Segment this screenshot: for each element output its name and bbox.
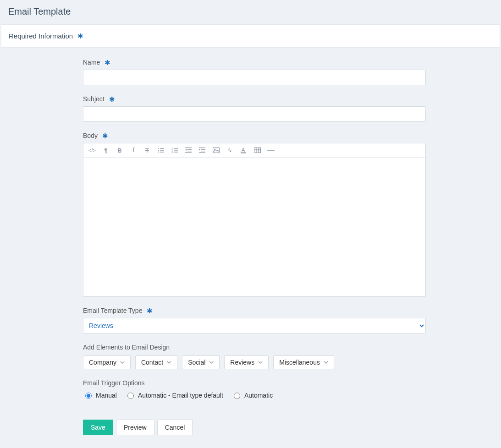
card-footer: Save Preview Cancel xyxy=(1,414,500,440)
strikethrough-icon[interactable]: T xyxy=(143,146,151,154)
svg-rect-1 xyxy=(160,148,164,148)
svg-rect-25 xyxy=(241,153,246,153)
element-dropdown-misc[interactable]: Miscellaneous xyxy=(273,355,334,369)
dd-label: Reviews xyxy=(230,359,254,366)
add-elements-label: Add Elements to Email Design xyxy=(83,344,426,351)
cancel-button[interactable]: Cancel xyxy=(157,420,193,435)
subject-label: Subject ✱ xyxy=(83,95,426,103)
bold-icon[interactable]: B xyxy=(116,146,124,154)
svg-rect-18 xyxy=(201,149,205,150)
svg-text:A: A xyxy=(242,147,245,153)
editor-toolbar: </> ¶ B I T 123 xyxy=(83,143,425,158)
name-label: Name ✱ xyxy=(83,59,426,66)
svg-text:3: 3 xyxy=(171,151,173,153)
save-button[interactable]: Save xyxy=(83,420,113,435)
svg-marker-19 xyxy=(199,149,200,151)
trigger-options-group: Email Trigger Options Manual Automatic -… xyxy=(83,379,426,399)
svg-rect-21 xyxy=(199,153,205,153)
template-type-label: Email Template Type ✱ xyxy=(83,307,426,314)
text-color-icon[interactable]: A xyxy=(239,146,248,154)
paragraph-icon[interactable]: ¶ xyxy=(102,146,110,154)
svg-rect-9 xyxy=(174,150,178,150)
chevron-down-icon xyxy=(120,359,125,366)
trigger-radio-auto-input[interactable] xyxy=(234,393,240,399)
rich-text-editor: </> ¶ B I T 123 xyxy=(83,143,426,297)
svg-rect-15 xyxy=(187,151,192,151)
image-icon[interactable] xyxy=(212,146,220,154)
svg-point-0 xyxy=(158,148,159,149)
name-group: Name ✱ xyxy=(83,59,426,85)
required-icon: ✱ xyxy=(102,132,108,139)
required-info-card: Required Information ✱ Name ✱ Subject xyxy=(1,24,500,440)
italic-icon[interactable]: I xyxy=(129,146,138,154)
radio-label: Manual xyxy=(96,392,117,399)
outdent-icon[interactable] xyxy=(184,146,193,154)
name-label-text: Name xyxy=(83,59,100,66)
template-type-group: Email Template Type ✱ Reviews xyxy=(83,307,426,333)
subject-input[interactable] xyxy=(83,106,426,122)
trigger-radio-manual[interactable]: Manual xyxy=(83,391,117,399)
required-icon: ✱ xyxy=(147,307,153,314)
chevron-down-icon xyxy=(324,359,328,366)
subject-group: Subject ✱ xyxy=(83,95,426,122)
code-icon[interactable]: </> xyxy=(88,146,96,154)
page-title: Email Template xyxy=(8,6,501,17)
trigger-radio-manual-input[interactable] xyxy=(85,393,92,399)
svg-point-4 xyxy=(158,152,159,153)
radio-label: Automatic - Email type default xyxy=(138,392,223,399)
template-type-select[interactable]: Reviews xyxy=(83,318,426,333)
preview-button[interactable]: Preview xyxy=(116,420,154,435)
svg-rect-16 xyxy=(185,153,192,153)
radio-label: Automatic xyxy=(244,392,273,399)
trigger-radio-auto-default-input[interactable] xyxy=(127,393,134,399)
element-dropdown-social[interactable]: Social xyxy=(182,355,220,369)
body-label: Body ✱ xyxy=(83,132,426,139)
dd-label: Miscellaneous xyxy=(279,359,320,366)
svg-rect-12 xyxy=(185,148,192,148)
body-label-text: Body xyxy=(83,132,98,139)
dd-label: Social xyxy=(188,359,205,366)
section-header-label: Required Information xyxy=(9,32,73,40)
element-dropdown-contact[interactable]: Contact xyxy=(135,355,177,369)
svg-rect-26 xyxy=(254,148,260,153)
svg-marker-14 xyxy=(185,149,187,151)
svg-rect-3 xyxy=(160,150,164,150)
link-icon[interactable] xyxy=(226,146,234,154)
svg-rect-13 xyxy=(187,149,192,150)
element-dropdown-row: Company Contact Social xyxy=(83,355,426,369)
list-ol-icon[interactable]: 123 xyxy=(171,146,179,154)
dd-label: Contact xyxy=(141,359,163,366)
trigger-radio-auto[interactable]: Automatic xyxy=(231,391,273,399)
element-dropdown-reviews[interactable]: Reviews xyxy=(224,355,269,369)
svg-rect-5 xyxy=(160,152,164,152)
required-icon: ✱ xyxy=(77,33,83,39)
template-type-label-text: Email Template Type xyxy=(83,307,142,314)
svg-rect-17 xyxy=(199,148,205,148)
required-icon: ✱ xyxy=(105,59,110,66)
hr-icon[interactable] xyxy=(267,146,275,154)
add-elements-group: Add Elements to Email Design Company Con… xyxy=(83,344,426,369)
element-dropdown-company[interactable]: Company xyxy=(83,355,131,369)
body-group: Body ✱ </> ¶ B I T xyxy=(83,132,426,297)
chevron-down-icon xyxy=(209,359,214,366)
trigger-options-label: Email Trigger Options xyxy=(83,379,426,387)
trigger-radio-auto-default[interactable]: Automatic - Email type default xyxy=(125,391,223,399)
chevron-down-icon xyxy=(258,359,263,366)
required-icon: ✱ xyxy=(109,96,115,103)
subject-label-text: Subject xyxy=(83,95,105,103)
card-body: Name ✱ Subject ✱ Body xyxy=(1,48,500,414)
list-ul-icon[interactable] xyxy=(157,146,165,154)
indent-icon[interactable] xyxy=(198,146,206,154)
trigger-radio-row: Manual Automatic - Email type default Au… xyxy=(83,391,426,399)
svg-point-2 xyxy=(158,150,159,151)
card-header: Required Information ✱ xyxy=(1,25,500,48)
dd-label: Company xyxy=(89,359,116,366)
svg-rect-11 xyxy=(174,152,178,152)
table-icon[interactable] xyxy=(253,146,261,154)
name-input[interactable] xyxy=(83,70,426,85)
svg-rect-7 xyxy=(174,148,178,148)
svg-rect-20 xyxy=(201,151,205,151)
body-editor[interactable] xyxy=(83,158,425,295)
chevron-down-icon xyxy=(167,359,171,366)
